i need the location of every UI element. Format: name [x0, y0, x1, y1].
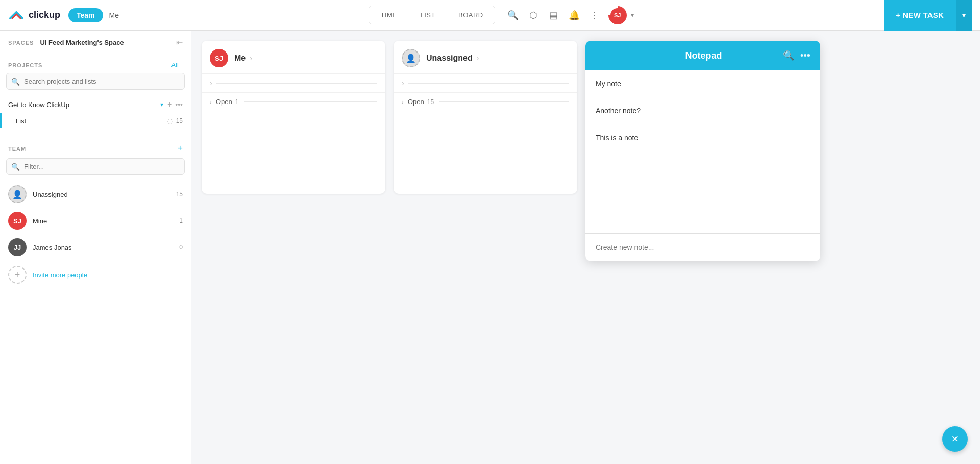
projects-header: PROJECTS All	[0, 53, 191, 73]
note-item-1[interactable]: My note	[585, 70, 820, 97]
member-name-james: James Jonas	[33, 244, 179, 251]
mine-avatar: SJ	[8, 212, 27, 230]
note-item-3[interactable]: This is a note	[585, 124, 820, 151]
member-count-mine: 1	[179, 217, 183, 224]
team-header: TEAM +	[0, 137, 191, 158]
divider	[0, 133, 191, 133]
space-name: UI Feed Marketing's Space	[40, 39, 124, 46]
avatar-initials: SJ	[610, 8, 625, 22]
col-avatar-me: SJ	[210, 49, 228, 67]
clickup-logo-icon	[8, 7, 24, 23]
project-item[interactable]: Get to Know ClickUp ▾ + •••	[0, 96, 191, 113]
team-add-button[interactable]: +	[177, 143, 183, 154]
open-count-unassigned: 15	[427, 98, 434, 106]
member-count-james: 0	[179, 244, 183, 251]
james-avatar: JJ	[8, 238, 27, 256]
col-content-unassigned	[394, 111, 577, 192]
expand-line-me	[216, 83, 377, 84]
avatar-dropdown-arrow[interactable]: ▾	[631, 12, 634, 19]
cube-icon[interactable]: ⬡	[528, 10, 539, 21]
expand-line-unassigned	[408, 83, 569, 84]
bell-icon[interactable]: 🔔	[569, 10, 580, 21]
layout-icon[interactable]: ▤	[548, 10, 559, 21]
user-avatar[interactable]: SJ	[608, 6, 627, 24]
close-fab-button[interactable]: ×	[942, 426, 968, 452]
create-note-input[interactable]	[596, 243, 810, 251]
tab-time[interactable]: TIME	[369, 6, 409, 24]
expand-arrow-unassigned[interactable]: ›	[402, 79, 404, 87]
open-label-unassigned: Open	[408, 98, 424, 106]
col-expand-row-unassigned: ›	[394, 74, 577, 93]
open-label-me: Open	[216, 98, 232, 106]
filter-input[interactable]	[6, 158, 185, 175]
search-icon[interactable]: 🔍	[507, 10, 519, 21]
invite-row[interactable]: + Invite more people	[0, 261, 191, 289]
notepad-spacer	[585, 151, 820, 233]
expand-arrow-me[interactable]: ›	[210, 79, 212, 87]
invite-text[interactable]: Invite more people	[33, 271, 87, 279]
open-count-me: 1	[235, 98, 239, 106]
team-member-unassigned[interactable]: 👤 Unassigned 15	[0, 181, 191, 208]
search-box: 🔍	[6, 73, 185, 90]
open-line-me	[244, 101, 378, 102]
member-name-unassigned: Unassigned	[33, 191, 176, 198]
new-task-button[interactable]: + NEW TASK	[884, 0, 956, 31]
search-input[interactable]	[6, 73, 185, 90]
james-initials: JJ	[14, 244, 21, 251]
member-name-mine: Mine	[33, 217, 179, 225]
team-member-mine[interactable]: SJ Mine 1	[0, 208, 191, 234]
col-content-me	[202, 111, 385, 192]
project-chevron-icon[interactable]: ▾	[160, 101, 163, 108]
open-arrow-me[interactable]: ›	[210, 98, 212, 106]
team-badge[interactable]: Team	[68, 8, 103, 22]
unassigned-user-icon: 👤	[12, 190, 22, 199]
search-icon: 🔍	[11, 78, 20, 86]
col-avatar-unassigned: 👤	[402, 49, 420, 67]
notepad-footer	[585, 233, 820, 261]
open-row-unassigned[interactable]: › Open 15	[394, 93, 577, 111]
project-more-button[interactable]: •••	[175, 100, 183, 109]
notepad-title: Notepad	[624, 50, 783, 61]
sidebar: SPACES UI Feed Marketing's Space ⇤ PROJE…	[0, 31, 191, 464]
logo-area: clickup	[8, 7, 60, 23]
open-arrow-unassigned[interactable]: ›	[402, 98, 404, 106]
spaces-label: SPACES	[8, 40, 34, 46]
col-expand-row-me: ›	[202, 74, 385, 93]
board-column-unassigned: 👤 Unassigned › › › Open 15	[394, 41, 577, 194]
more-icon[interactable]: ⋮	[589, 10, 600, 21]
list-spinner-icon: ◌	[167, 117, 173, 125]
board-area: SJ Me › › › Open 1 👤 Unassigned	[191, 31, 980, 464]
nav-tabs: TIME LIST BOARD	[369, 6, 495, 24]
notepad-search-icon[interactable]: 🔍	[783, 50, 794, 61]
list-item-row[interactable]: List ◌ 15	[0, 113, 191, 128]
me-label: Me	[109, 11, 119, 19]
spaces-header: SPACES UI Feed Marketing's Space ⇤	[0, 31, 191, 53]
project-add-button[interactable]: +	[167, 100, 172, 109]
col-title-me: Me	[234, 54, 246, 63]
open-row-me[interactable]: › Open 1	[202, 93, 385, 111]
notepad-notes: My note Another note? This is a note	[585, 70, 820, 151]
notepad-panel: Notepad 🔍 ••• My note Another note? This…	[585, 41, 820, 261]
new-task-dropdown-button[interactable]: ▾	[956, 0, 972, 31]
tab-list[interactable]: LIST	[409, 6, 447, 24]
projects-all-link[interactable]: All	[172, 61, 179, 69]
notepad-header: Notepad 🔍 •••	[585, 41, 820, 70]
unassigned-col-icon: 👤	[406, 54, 416, 63]
projects-label: PROJECTS	[8, 62, 172, 68]
collapse-sidebar-button[interactable]: ⇤	[176, 38, 183, 47]
col-expand-unassigned[interactable]: ›	[477, 54, 479, 62]
team-member-james[interactable]: JJ James Jonas 0	[0, 234, 191, 261]
nav-icons: 🔍 ⬡ ▤ 🔔 ⋮	[507, 10, 600, 21]
project-name: Get to Know ClickUp	[8, 101, 157, 109]
member-count-unassigned: 15	[176, 191, 183, 198]
note-item-2[interactable]: Another note?	[585, 97, 820, 124]
notepad-more-button[interactable]: •••	[800, 50, 810, 61]
col-title-unassigned: Unassigned	[426, 54, 473, 63]
app-logo-text: clickup	[29, 10, 60, 20]
list-count: 15	[176, 117, 183, 124]
open-line-unassigned	[439, 101, 569, 102]
board-column-me: SJ Me › › › Open 1	[202, 41, 385, 194]
column-header-unassigned: 👤 Unassigned ›	[394, 41, 577, 74]
tab-board[interactable]: BOARD	[447, 6, 495, 24]
col-expand-me[interactable]: ›	[250, 54, 252, 62]
